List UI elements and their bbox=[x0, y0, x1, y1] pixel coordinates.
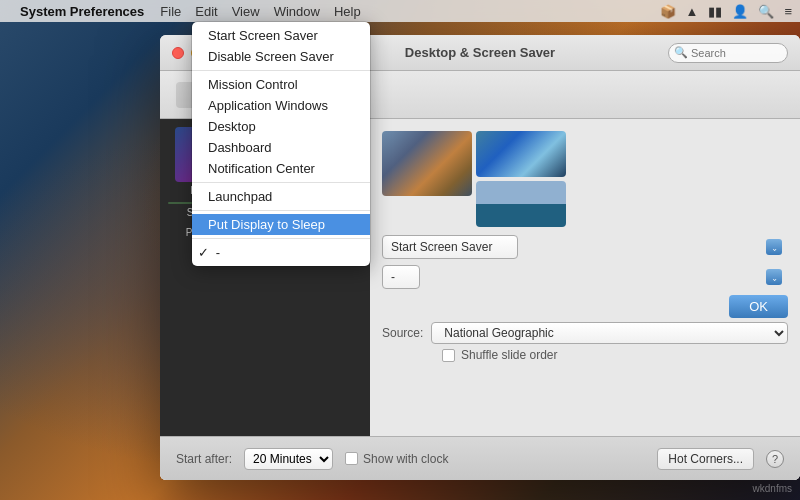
menu-item-mission-control[interactable]: Mission Control bbox=[192, 74, 370, 95]
battery-icon[interactable]: ▮▮ bbox=[708, 4, 722, 19]
watermark: wkdnfms bbox=[753, 483, 792, 494]
source-label: Source: bbox=[382, 326, 423, 340]
menu-item-app-windows[interactable]: Application Windows bbox=[192, 95, 370, 116]
window-menu-dropdown: Start Screen Saver Disable Screen Saver … bbox=[192, 22, 370, 266]
menu-file[interactable]: File bbox=[160, 4, 181, 19]
user-icon[interactable]: 👤 bbox=[732, 4, 748, 19]
menubar: System Preferences File Edit View Window… bbox=[0, 0, 800, 22]
menu-separator-3 bbox=[192, 210, 370, 211]
menu-edit[interactable]: Edit bbox=[195, 4, 217, 19]
menu-item-notification-center[interactable]: Notification Center bbox=[192, 158, 370, 179]
show-clock-row: Show with clock bbox=[345, 452, 448, 466]
effect-dropdown-wrapper: Start Screen Saver bbox=[382, 235, 788, 259]
preview-water bbox=[476, 131, 566, 177]
search-icon-small: 🔍 bbox=[674, 46, 688, 59]
preview-yosemite bbox=[382, 131, 472, 196]
window-search: 🔍 bbox=[668, 43, 788, 63]
effect-dropdown-arrow bbox=[766, 239, 782, 255]
second-dropdown-arrow bbox=[766, 269, 782, 285]
second-row: - bbox=[382, 265, 788, 289]
menu-item-checkmarked[interactable]: ✓ - bbox=[192, 242, 370, 263]
source-dropdown[interactable]: National Geographic bbox=[431, 322, 788, 344]
start-after-select[interactable]: 20 Minutes bbox=[244, 448, 333, 470]
shuffle-checkbox[interactable] bbox=[442, 349, 455, 362]
menu-item-put-display-sleep[interactable]: Put Display to Sleep bbox=[192, 214, 370, 235]
second-dropdown-wrapper: - bbox=[382, 265, 788, 289]
menu-help[interactable]: Help bbox=[334, 4, 361, 19]
menu-item-desktop[interactable]: Desktop bbox=[192, 116, 370, 137]
bottom-bar: Start after: 20 Minutes Show with clock … bbox=[160, 436, 800, 480]
shuffle-row: Shuffle slide order bbox=[382, 348, 788, 362]
menu-item-start-screensaver[interactable]: Start Screen Saver bbox=[192, 25, 370, 46]
menu-icon[interactable]: ≡ bbox=[784, 4, 792, 19]
menu-separator-4 bbox=[192, 238, 370, 239]
shuffle-label: Shuffle slide order bbox=[461, 348, 558, 362]
menu-item-disable-screensaver[interactable]: Disable Screen Saver bbox=[192, 46, 370, 67]
menu-item-dashboard[interactable]: Dashboard bbox=[192, 137, 370, 158]
window-title: Desktop & Screen Saver bbox=[405, 45, 555, 60]
preview-penguin bbox=[476, 181, 566, 227]
ok-button[interactable]: OK bbox=[729, 295, 788, 318]
show-clock-checkbox[interactable] bbox=[345, 452, 358, 465]
search-icon[interactable]: 🔍 bbox=[758, 4, 774, 19]
menu-window[interactable]: Window bbox=[274, 4, 320, 19]
close-button[interactable] bbox=[172, 47, 184, 59]
start-after-label: Start after: bbox=[176, 452, 232, 466]
dropbox-icon[interactable]: 📦 bbox=[660, 4, 676, 19]
second-dropdown[interactable]: - bbox=[382, 265, 420, 289]
help-button[interactable]: ? bbox=[766, 450, 784, 468]
menu-separator-2 bbox=[192, 182, 370, 183]
checkmark-icon: ✓ bbox=[198, 245, 208, 260]
effect-dropdown[interactable]: Start Screen Saver bbox=[382, 235, 518, 259]
show-clock-label: Show with clock bbox=[363, 452, 448, 466]
menu-item-launchpad[interactable]: Launchpad bbox=[192, 186, 370, 207]
menu-view[interactable]: View bbox=[232, 4, 260, 19]
hot-corners-button[interactable]: Hot Corners... bbox=[657, 448, 754, 470]
menubar-right-icons: 📦 ▲ ▮▮ 👤 🔍 ≡ bbox=[660, 4, 792, 19]
menu-separator-1 bbox=[192, 70, 370, 71]
effect-row: Start Screen Saver bbox=[382, 235, 788, 259]
preview-images bbox=[382, 131, 788, 227]
source-row: Source: National Geographic bbox=[382, 322, 788, 344]
wifi-icon[interactable]: ▲ bbox=[686, 4, 699, 19]
app-name[interactable]: System Preferences bbox=[20, 4, 144, 19]
screensaver-preview-panel: Start Screen Saver - O bbox=[370, 119, 800, 436]
ok-button-row: OK bbox=[382, 295, 788, 318]
